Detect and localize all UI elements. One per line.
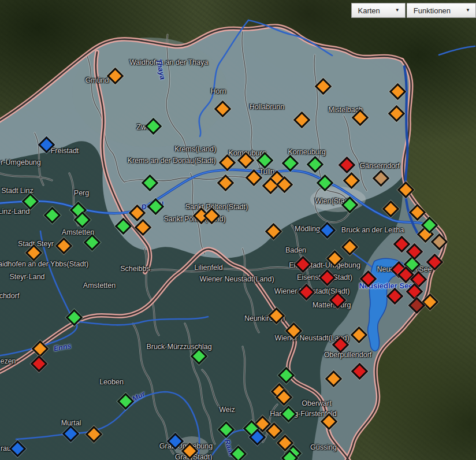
karten-dropdown-label: Karten (358, 6, 380, 15)
funktionen-dropdown[interactable]: Funktionen ▼ (407, 3, 476, 18)
map-canvas[interactable]: Waidhofen an der ThayaGmündHornHollabrun… (0, 0, 476, 460)
chevron-down-icon: ▼ (466, 8, 470, 13)
map-toolbar: Karten ▼ Funktionen ▼ (351, 3, 476, 18)
map-geography (0, 0, 476, 460)
chevron-down-icon: ▼ (395, 8, 400, 13)
karten-dropdown[interactable]: Karten ▼ (351, 3, 406, 18)
funktionen-dropdown-label: Funktionen (414, 6, 451, 15)
